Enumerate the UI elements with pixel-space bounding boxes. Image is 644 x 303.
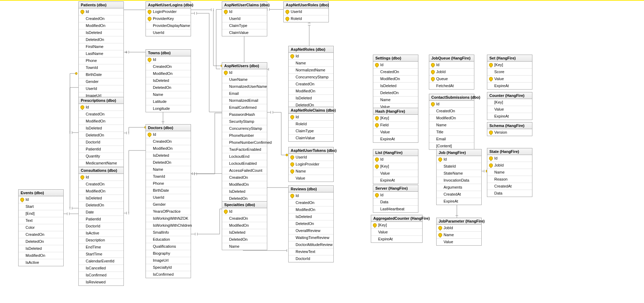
column[interactable]: IsActive (19, 259, 63, 266)
column[interactable]: Name (437, 231, 481, 238)
column[interactable]: IsDeleted (289, 213, 333, 220)
table-header[interactable]: Consultations (dbo) (79, 167, 123, 174)
column[interactable]: DeletedOn (289, 220, 333, 227)
column[interactable]: Qualifications (146, 243, 191, 250)
column[interactable]: JobId (437, 225, 481, 231)
column[interactable]: UserId (146, 194, 191, 201)
column[interactable]: IsDeleted (79, 29, 123, 36)
table-header[interactable]: AspNetUserClaims (dbo) (222, 2, 267, 8)
column[interactable]: Value (373, 170, 418, 177)
column[interactable]: ExpireAt (371, 235, 422, 242)
column[interactable]: Id (79, 174, 123, 181)
column[interactable]: Id (222, 208, 267, 215)
table-prescriptions[interactable]: Prescriptions (dbo)IdCreatedOnModifiedOn… (78, 97, 124, 174)
column[interactable]: Id (79, 104, 123, 111)
column[interactable]: Longitude (146, 105, 191, 112)
column[interactable]: Score (487, 68, 532, 75)
column[interactable]: RoleId (284, 15, 328, 22)
column[interactable]: Name (146, 166, 191, 173)
column[interactable]: LoginProvider (146, 8, 191, 15)
column[interactable]: [End] (19, 210, 63, 217)
column[interactable]: JobId (487, 162, 532, 169)
column[interactable]: IsDeleted (373, 82, 418, 89)
column[interactable]: MedicamentName (79, 160, 123, 167)
column[interactable]: ExpireAt (487, 113, 532, 120)
column[interactable]: Name (373, 96, 418, 103)
column[interactable]: ModifiedOn (19, 252, 63, 259)
column[interactable]: Name (429, 121, 474, 128)
column[interactable]: Name (487, 169, 532, 176)
column[interactable]: CreatedAt (437, 191, 481, 198)
column[interactable]: ModifiedOn (429, 114, 474, 121)
column[interactable]: ModifiedOn (222, 181, 267, 188)
column[interactable]: IsWorkingWithNZOK (146, 215, 191, 222)
column[interactable]: Text (19, 217, 63, 224)
column[interactable]: LoginProvider (289, 161, 333, 168)
diagram-canvas[interactable]: ∞ Patients (dbo)IdCreatedOnModifiedOnIsD… (0, 0, 644, 303)
column[interactable]: Id (19, 196, 63, 203)
column[interactable]: Id (373, 192, 418, 198)
column[interactable]: StartTime (79, 251, 123, 258)
column[interactable]: ModifiedOn (79, 188, 123, 195)
column[interactable]: ExpireAt (437, 198, 481, 205)
table-header[interactable]: Doctors (dbo) (146, 125, 191, 131)
column[interactable]: PatientId (79, 216, 123, 223)
table-hash[interactable]: Hash (HangFire)[Key]FieldValueExpireAt (373, 108, 418, 143)
table-header[interactable]: Specialties (dbo) (222, 202, 267, 208)
column[interactable]: CreatedOn (429, 107, 474, 114)
table-events[interactable]: Events (dbo)IdStart[End]TextColorCreated… (18, 189, 64, 266)
column[interactable]: UserId (284, 8, 328, 15)
column[interactable]: DeletedOn (79, 36, 123, 43)
column[interactable]: IsCancelled (79, 265, 123, 272)
column[interactable]: DeletedOn (146, 159, 191, 166)
column[interactable]: DeletedOn (222, 236, 267, 243)
column[interactable]: PhoneNumberConfirmed (222, 139, 267, 146)
column[interactable]: ExpireAt (487, 82, 532, 89)
column[interactable]: CreatedOn (289, 80, 333, 87)
column[interactable]: Description (79, 237, 123, 244)
column[interactable]: EmailConfirmed (222, 104, 267, 111)
column[interactable]: Gender (146, 201, 191, 208)
table-counter[interactable]: Counter (HangFire)[Key]ValueExpireAt (487, 92, 532, 120)
column[interactable]: CreatedOn (79, 111, 123, 118)
column[interactable]: ClaimValue (222, 29, 267, 36)
column[interactable]: IsDeleted (146, 77, 191, 84)
table-header[interactable]: Reviews (dbo) (289, 186, 333, 192)
column[interactable]: Id (289, 114, 333, 120)
column[interactable]: ProviderKey (146, 15, 191, 22)
column[interactable]: Phone (79, 57, 123, 64)
column[interactable]: [Key] (487, 99, 532, 106)
column[interactable]: CreatedOn (222, 174, 267, 181)
table-header[interactable]: Prescriptions (dbo) (79, 97, 123, 104)
column[interactable]: Biography (146, 250, 191, 257)
column[interactable]: ModifiedOn (146, 70, 191, 77)
table-header[interactable]: ContactSubmissions (dbo) (429, 94, 474, 101)
column[interactable]: ProviderDisplayName (146, 22, 191, 29)
column[interactable]: Color (19, 224, 63, 231)
column[interactable]: BirthDate (79, 71, 123, 78)
column[interactable]: LockoutEnabled (222, 160, 267, 167)
column[interactable]: Id (222, 8, 267, 15)
column[interactable]: ClaimValue (289, 134, 333, 141)
table-jobparameter[interactable]: JobParameter (HangFire)JobIdNameValue (436, 218, 482, 246)
column[interactable]: [Content] (429, 142, 474, 149)
column[interactable]: CreatedAt (487, 183, 532, 190)
table-towns[interactable]: Towns (dbo)IdCreatedOnModifiedOnIsDelete… (146, 49, 191, 112)
table-header[interactable]: Patients (dbo) (79, 2, 123, 8)
table-header[interactable]: AspNetRoleClaims (dbo) (289, 107, 333, 114)
column[interactable]: CreatedOn (373, 68, 418, 75)
column[interactable]: [Key] (373, 115, 418, 121)
table-aspnetusertokens[interactable]: AspNetUserTokens (dbo)UserIdLoginProvide… (288, 147, 334, 182)
column[interactable]: IsDeleted (79, 195, 123, 202)
column[interactable]: ModifiedOn (289, 206, 333, 213)
column[interactable]: Id (429, 101, 474, 107)
column[interactable]: ImageUrl (146, 257, 191, 264)
table-reviews[interactable]: Reviews (dbo)IdCreatedOnModifiedOnIsDele… (288, 185, 334, 262)
column[interactable]: CreatedOn (289, 199, 333, 206)
column[interactable]: IsDeleted (79, 125, 123, 132)
table-aspnetuserroles[interactable]: AspNetUserRoles (dbo)UserIdRoleId (283, 1, 329, 22)
column[interactable]: Id (146, 56, 191, 63)
column[interactable]: IsConfirmed (79, 272, 123, 279)
column[interactable]: Id (487, 155, 532, 162)
column[interactable]: PasswordHash (222, 111, 267, 118)
